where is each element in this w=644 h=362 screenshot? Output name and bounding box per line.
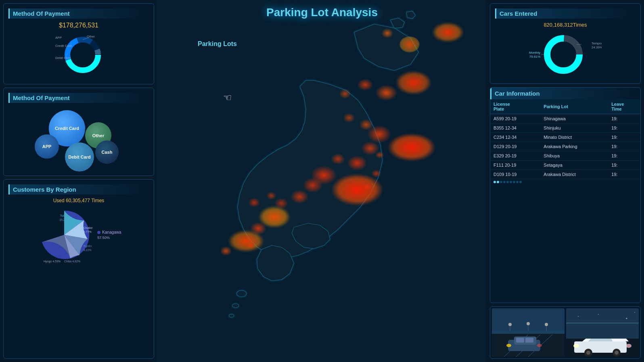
cell-leave-time: 19: [608, 151, 640, 161]
customers-region-subtitle: Used 60,305,477 Times [8, 198, 149, 203]
svg-point-60 [615, 351, 619, 355]
svg-point-48 [545, 323, 548, 326]
right-sidebar: Cars Entered 820,168,312Times Monthly 75… [487, 0, 644, 362]
map-background [157, 0, 487, 362]
scroll-dot-2 [497, 181, 499, 183]
svg-text:Debit Card: Debit Card [55, 56, 71, 60]
svg-text:15.24%: 15.24% [59, 218, 69, 221]
legend-kanagawa: Kanagawa [97, 230, 121, 234]
payment-donut-title: Method Of Payment [8, 8, 149, 19]
svg-text:Monthly: Monthly [529, 51, 540, 54]
payment-bubble-chart: Credit Card Other APP Cash Debit Card [8, 106, 149, 171]
cell-leave-time: 19: [608, 142, 640, 151]
cell-parking-lot: Shibuya [540, 151, 608, 161]
scrollbar-indicator[interactable] [490, 179, 640, 185]
center-map: Parking Lot Analysis Parking Lots ☜ [157, 0, 487, 362]
cell-parking-lot: Arakawa District [540, 170, 608, 179]
scroll-dot-4 [503, 181, 506, 183]
svg-point-24 [232, 303, 239, 308]
payment-amount: $178,276,531 [8, 22, 149, 29]
cars-entered-card: Cars Entered 820,168,312Times Monthly 75… [490, 3, 641, 84]
cell-license-plate: E329 20-19 [490, 151, 540, 161]
svg-point-55 [573, 344, 579, 348]
cars-donut-chart: Monthly 75.61% Temporary 24.39% [529, 30, 602, 79]
svg-point-46 [508, 323, 512, 326]
svg-point-56 [626, 344, 631, 348]
cell-license-plate: F111 20-19 [490, 161, 540, 170]
table-row: D129 20-19 Arakawa Parking 19: [490, 142, 640, 151]
cell-leave-time: 19: [608, 161, 640, 170]
svg-point-23 [237, 291, 247, 297]
bubble-debit-card[interactable]: Debit Card [65, 142, 94, 172]
svg-point-47 [527, 322, 530, 325]
svg-rect-36 [492, 331, 565, 334]
cell-leave-time: 19: [608, 170, 640, 179]
customers-pie-chart: Tokyo 15.24% Osaka 9.77% Kyoto 8.10% Chi… [36, 207, 92, 263]
scroll-dot-5 [506, 181, 509, 183]
car-info-title: Car Information [490, 88, 640, 99]
legend-kanagawa-pct: 57.50% [97, 236, 121, 240]
svg-point-65 [626, 318, 627, 319]
cars-entered-count: 820,168,312Times [495, 22, 636, 28]
svg-text:Chiba 4.82%: Chiba 4.82% [64, 260, 80, 263]
car-info-card: Car Information LicensePlate Parking Lot… [490, 87, 641, 303]
svg-text:Credit Card: Credit Card [55, 44, 72, 48]
payment-donut-card: Method Of Payment $178,276,531 Cash Cred… [3, 3, 154, 84]
cell-license-plate: B355 12-34 [490, 123, 540, 133]
cell-license-plate: D129 20-19 [490, 142, 540, 151]
svg-text:Osaka: Osaka [84, 226, 92, 230]
map-title: Parking Lot Analysis [266, 6, 378, 19]
cell-parking-lot: Shinjuku [540, 123, 608, 133]
svg-point-63 [578, 316, 579, 317]
svg-text:9.77%: 9.77% [84, 230, 92, 233]
svg-text:8.10%: 8.10% [84, 249, 92, 251]
svg-point-44 [506, 344, 511, 347]
svg-text:75.61%: 75.61% [529, 55, 540, 59]
scroll-dot-9 [519, 181, 522, 183]
cell-license-plate: A599 20-19 [490, 114, 540, 123]
svg-point-58 [586, 351, 590, 355]
payment-bubbles-title: Method Of Payment [8, 93, 149, 103]
svg-rect-42 [516, 338, 524, 343]
table-row: D109 10-19 Arakawa District 19: [490, 170, 640, 179]
svg-point-64 [598, 314, 599, 315]
scroll-dot-8 [516, 181, 519, 183]
svg-point-45 [537, 344, 542, 347]
svg-text:Temporary: Temporary [592, 42, 602, 45]
cell-parking-lot: Minato District [540, 133, 608, 142]
svg-text:Other: Other [87, 35, 95, 38]
cell-leave-time: 19: [608, 123, 640, 133]
col-parking-lot: Parking Lot [540, 99, 608, 114]
scroll-dot-1 [493, 181, 496, 183]
photo-2-svg [566, 308, 639, 357]
payment-donut-container: Cash Credit Card Debit Card APP Other [8, 31, 149, 79]
bubble-cash[interactable]: Cash [95, 140, 119, 164]
svg-rect-43 [525, 338, 533, 343]
cell-parking-lot: Arakawa Parking [540, 142, 608, 151]
customers-region-card: Customers By Region Used 60,305,477 Time… [3, 179, 154, 359]
payment-donut-chart: Cash Credit Card Debit Card APP Other [54, 33, 103, 77]
parking-photo-2 [566, 308, 639, 357]
scroll-dot-7 [513, 181, 515, 183]
photo-1-svg [492, 308, 565, 357]
left-sidebar: Method Of Payment $178,276,531 Cash Cred… [0, 0, 157, 362]
svg-text:24.39%: 24.39% [592, 46, 602, 49]
cell-license-plate: C234 12-34 [490, 133, 540, 142]
svg-point-25 [229, 314, 234, 317]
table-row: C234 12-34 Minato District 19: [490, 133, 640, 142]
table-row: E329 20-19 Shibuya 19: [490, 151, 640, 161]
cell-license-plate: D109 10-19 [490, 170, 540, 179]
parking-photo-1 [492, 308, 565, 357]
col-leave-time: LeaveTime [608, 99, 640, 114]
table-row: F111 20-19 Setagaya 19: [490, 161, 640, 170]
cars-donut-container: Monthly 75.61% Temporary 24.39% [495, 30, 636, 79]
customers-region-title: Customers By Region [8, 184, 149, 195]
cell-leave-time: 19: [608, 133, 640, 142]
scroll-dot-6 [510, 181, 512, 183]
svg-text:Hyogo 4.59%: Hyogo 4.59% [44, 260, 61, 263]
car-info-table: LicensePlate Parking Lot LeaveTime A599 … [490, 99, 640, 179]
table-row: A599 20-19 Shinagawa 19: [490, 114, 640, 123]
bubble-app[interactable]: APP [35, 134, 59, 159]
col-license-plate: LicensePlate [490, 99, 540, 114]
table-row: B355 12-34 Shinjuku 19: [490, 123, 640, 133]
